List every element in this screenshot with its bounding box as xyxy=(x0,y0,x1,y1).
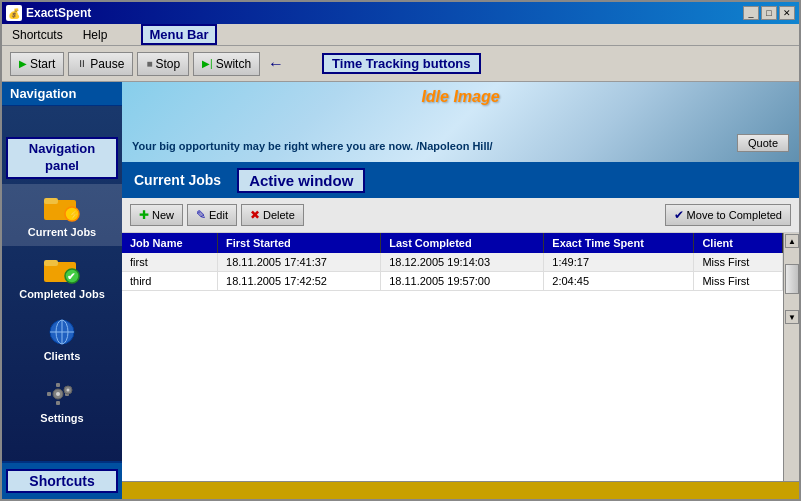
settings-icon xyxy=(42,378,82,410)
completed-jobs-label: Completed Jobs xyxy=(19,288,105,300)
new-button[interactable]: ✚ New xyxy=(130,204,183,226)
menu-shortcuts[interactable]: Shortcuts xyxy=(6,26,69,44)
menu-bar-label: Menu Bar xyxy=(141,24,216,45)
cell-first-started-2: 18.11.2005 17:42:52 xyxy=(218,272,381,291)
right-panel: Idle Image Your big opportunity may be r… xyxy=(122,82,799,499)
svg-rect-16 xyxy=(47,392,51,396)
clients-label: Clients xyxy=(44,350,81,362)
menu-help[interactable]: Help xyxy=(77,26,114,44)
col-first-started: First Started xyxy=(218,233,381,253)
sidebar-item-current-jobs[interactable]: ⚡ Current Jobs xyxy=(2,184,122,246)
active-window-label: Active window xyxy=(237,168,365,193)
nav-shortcuts[interactable]: Shortcuts xyxy=(2,461,122,499)
edit-button[interactable]: ✎ Edit xyxy=(187,204,237,226)
toolbar: ▶ Start ⏸ Pause ■ Stop ▶| Switch ← Time … xyxy=(2,46,799,82)
menu-bar: Shortcuts Help Menu Bar xyxy=(2,24,799,46)
completed-jobs-icon: ✔ xyxy=(42,254,82,286)
stop-label: Stop xyxy=(155,57,180,71)
edit-label: Edit xyxy=(209,209,228,221)
col-time-spent: Exact Time Spent xyxy=(544,233,694,253)
cell-first-started-1: 18.11.2005 17:41:37 xyxy=(218,253,381,272)
status-bar xyxy=(122,481,799,499)
svg-text:⚡: ⚡ xyxy=(68,208,80,221)
svg-rect-15 xyxy=(56,401,60,405)
app-icon: 💰 xyxy=(6,5,22,21)
sidebar-item-clients[interactable]: Clients xyxy=(2,308,122,370)
svg-rect-5 xyxy=(44,260,58,266)
minimize-button[interactable]: _ xyxy=(743,6,759,20)
title-bar-left: 💰 ExactSpent xyxy=(6,5,91,21)
action-toolbar: ✚ New ✎ Edit ✖ Delete ✔ Move to Complete… xyxy=(122,198,799,233)
switch-label: Switch xyxy=(216,57,251,71)
cell-time-spent-2: 2:04:45 xyxy=(544,272,694,291)
start-button[interactable]: ▶ Start xyxy=(10,52,64,76)
col-client: Client xyxy=(694,233,783,253)
settings-label: Settings xyxy=(40,412,83,424)
switch-button[interactable]: ▶| Switch xyxy=(193,52,260,76)
nav-items: ⚡ Current Jobs ✔ Completed Job xyxy=(2,176,122,432)
idle-label: Idle Image xyxy=(421,88,499,106)
cell-last-completed-2: 18.11.2005 19:57:00 xyxy=(381,272,544,291)
current-jobs-icon: ⚡ xyxy=(42,192,82,224)
close-button[interactable]: ✕ xyxy=(779,6,795,20)
scroll-up-button[interactable]: ▲ xyxy=(785,234,799,248)
nav-header: Navigation xyxy=(2,82,122,106)
pause-icon: ⏸ xyxy=(77,58,87,69)
clients-icon xyxy=(42,316,82,348)
vertical-scrollbar[interactable]: ▲ ▼ xyxy=(783,233,799,481)
table-header-row: Job Name First Started Last Completed Ex… xyxy=(122,233,783,253)
stop-icon: ■ xyxy=(146,58,152,69)
switch-icon: ▶| xyxy=(202,58,213,69)
data-table[interactable]: Job Name First Started Last Completed Ex… xyxy=(122,233,783,481)
table-row[interactable]: third 18.11.2005 17:42:52 18.11.2005 19:… xyxy=(122,272,783,291)
move-icon: ✔ xyxy=(674,208,684,222)
delete-button[interactable]: ✖ Delete xyxy=(241,204,304,226)
pause-label: Pause xyxy=(90,57,124,71)
cell-job-name-1: first xyxy=(122,253,218,272)
new-label: New xyxy=(152,209,174,221)
scroll-area: Job Name First Started Last Completed Ex… xyxy=(122,233,799,481)
current-jobs-title: Current Jobs xyxy=(134,172,221,188)
jobs-table: Job Name First Started Last Completed Ex… xyxy=(122,233,783,291)
col-job-name: Job Name xyxy=(122,233,218,253)
scroll-down-button[interactable]: ▼ xyxy=(785,310,799,324)
nav-panel-label: Navigationpanel xyxy=(6,137,118,179)
new-icon: ✚ xyxy=(139,208,149,222)
pause-button[interactable]: ⏸ Pause xyxy=(68,52,133,76)
cell-client-1: Miss First xyxy=(694,253,783,272)
active-window-bar: Current Jobs Active window xyxy=(122,162,799,198)
sidebar-item-completed-jobs[interactable]: ✔ Completed Jobs xyxy=(2,246,122,308)
delete-label: Delete xyxy=(263,209,295,221)
time-tracking-label: Time Tracking buttons xyxy=(322,53,480,74)
nav-panel: Navigation Navigationpanel ⚡ Current Job… xyxy=(2,82,122,499)
svg-rect-1 xyxy=(44,198,58,204)
current-jobs-label: Current Jobs xyxy=(28,226,96,238)
delete-icon: ✖ xyxy=(250,208,260,222)
svg-point-19 xyxy=(67,389,70,392)
window-title: ExactSpent xyxy=(26,6,91,20)
main-content: Navigation Navigationpanel ⚡ Current Job… xyxy=(2,82,799,499)
title-controls: _ □ ✕ xyxy=(743,6,795,20)
quote-button[interactable]: Quote xyxy=(737,134,789,152)
svg-text:✔: ✔ xyxy=(67,271,75,282)
idle-area: Idle Image Your big opportunity may be r… xyxy=(122,82,799,162)
cell-time-spent-1: 1:49:17 xyxy=(544,253,694,272)
scroll-thumb[interactable] xyxy=(785,264,799,294)
col-last-completed: Last Completed xyxy=(381,233,544,253)
sidebar-item-settings[interactable]: Settings xyxy=(2,370,122,432)
start-icon: ▶ xyxy=(19,58,27,69)
edit-icon: ✎ xyxy=(196,208,206,222)
title-bar: 💰 ExactSpent _ □ ✕ xyxy=(2,2,799,24)
maximize-button[interactable]: □ xyxy=(761,6,777,20)
svg-point-13 xyxy=(56,392,60,396)
shortcuts-label: Shortcuts xyxy=(6,469,118,493)
table-row[interactable]: first 18.11.2005 17:41:37 18.12.2005 19:… xyxy=(122,253,783,272)
cell-last-completed-1: 18.12.2005 19:14:03 xyxy=(381,253,544,272)
cell-job-name-2: third xyxy=(122,272,218,291)
idle-quote: Your big opportunity may be right where … xyxy=(132,140,679,152)
move-completed-button[interactable]: ✔ Move to Completed xyxy=(665,204,791,226)
stop-button[interactable]: ■ Stop xyxy=(137,52,189,76)
svg-rect-14 xyxy=(56,383,60,387)
main-window: 💰 ExactSpent _ □ ✕ Shortcuts Help Menu B… xyxy=(0,0,801,501)
start-label: Start xyxy=(30,57,55,71)
